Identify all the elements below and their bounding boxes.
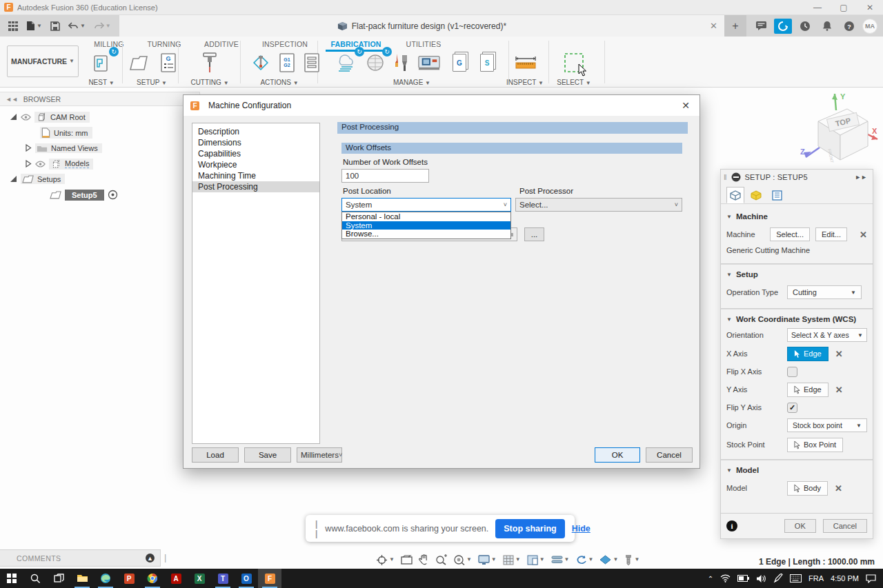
outlook-icon[interactable]: O [235,569,258,588]
dialog-close-icon[interactable]: ✕ [679,100,693,111]
battery-icon[interactable] [737,575,749,582]
powerpoint-icon[interactable]: P [117,569,141,588]
flip-x-axis-checkbox[interactable] [787,367,797,377]
tab-setup[interactable] [726,187,744,203]
ribbon-tab-inspection[interactable]: INSPECTION [262,40,308,48]
edge-icon[interactable] [94,569,117,588]
grid-icon[interactable]: ▼ [501,554,523,567]
ribbon-tab-fabrication[interactable]: FABRICATION [330,40,381,48]
clear-machine-icon[interactable]: ✕ [860,230,867,240]
history-icon[interactable] [796,19,814,34]
pen-icon[interactable] [773,574,783,583]
probe-icon[interactable] [248,50,273,75]
model-body-button[interactable]: Body [787,481,828,496]
expanded-triangle-icon[interactable] [10,113,17,121]
machine-library-icon[interactable] [417,50,442,75]
acrobat-icon[interactable]: A [164,569,188,588]
nav-item-description[interactable]: Description [192,126,319,137]
post-document-icon[interactable]: G [156,50,181,75]
sphere-nc-icon[interactable]: ↻ [363,50,388,75]
y-axis-edge-button[interactable]: Edge [787,383,829,397]
action-center-icon[interactable] [866,574,876,583]
look-at-icon[interactable] [399,554,415,566]
task-view-icon[interactable] [47,569,70,588]
ribbon-tab-milling[interactable]: MILLING [94,40,123,48]
tree-item-setups[interactable]: Setups [10,173,65,185]
option-personal-local[interactable]: Personal - local [342,212,510,221]
setup-folder-icon[interactable] [127,50,152,75]
tree-item-setup5[interactable]: Setup5 [50,189,118,201]
setup-section-header[interactable]: ▼Setup [726,270,867,278]
fit-icon[interactable]: ▼ [451,553,474,567]
machine-section-header[interactable]: ▼Machine [726,212,867,221]
tree-item-models[interactable]: Models [25,158,93,170]
active-setup-icon[interactable] [108,190,118,200]
chrome-icon[interactable] [141,569,164,588]
touch-keyboard-icon[interactable] [790,574,802,582]
option-browse[interactable]: Browse... [342,230,510,239]
new-tab-button[interactable]: + [724,15,746,37]
measure-ruler-icon[interactable] [513,50,538,75]
comments-bar[interactable]: COMMENTS ▲ [0,549,161,567]
ok-button[interactable]: OK [595,447,640,463]
group-label-setup[interactable]: SETUP ▼ [137,79,167,86]
visibility-eye-icon[interactable] [35,161,46,168]
nest-icon[interactable]: ↻ [90,50,115,75]
nav-item-dimensions[interactable]: Dimensions [192,137,319,148]
simulate-document-icon[interactable] [299,50,324,75]
nav-item-post-processing[interactable]: Post Processing [192,181,319,192]
setup-cancel-button[interactable]: Cancel [823,519,867,533]
group-label-actions[interactable]: ACTIONS ▼ [260,79,298,86]
flip-y-axis-checkbox[interactable] [787,403,797,413]
ribbon-tab-additive[interactable]: ADDITIVE [204,40,239,48]
option-system[interactable]: System [342,221,510,230]
maximize-button[interactable]: ▢ [831,0,857,14]
group-label-manage[interactable]: MANAGE ▼ [393,79,430,86]
job-status-icon[interactable] [774,19,792,34]
section-layers-icon[interactable]: ▼ [549,554,572,566]
viewport[interactable]: ◄◄ BROWSER CAM Root Units: mm Named View… [0,88,883,569]
taskbar-search-icon[interactable] [23,569,47,588]
close-button[interactable]: ✕ [857,0,883,14]
hide-link[interactable]: Hide [572,524,591,534]
number-of-work-offsets-input[interactable]: 100 [341,169,429,183]
save-button[interactable] [48,19,63,33]
cutting-tool-icon[interactable] [197,50,222,75]
setup-ok-button[interactable]: OK [784,519,816,533]
file-menu-button[interactable]: ▼ [23,19,45,33]
environment-icon[interactable]: ▼ [597,554,620,566]
tool-library-icon[interactable] [389,50,414,75]
stop-sharing-button[interactable]: Stop sharing [495,519,564,538]
ribbon-tab-turning[interactable]: TURNING [147,40,181,48]
dialog-nav-list[interactable]: Description Dimensions Capabilities Work… [192,123,320,444]
setup5-selected-label[interactable]: Setup5 [65,190,104,201]
document-tab[interactable]: Flat-pack furniture design (v1~recovered… [119,15,724,37]
nav-item-capabilities[interactable]: Capabilities [192,148,319,159]
info-icon[interactable]: i [726,520,737,531]
clear-x-axis-icon[interactable]: ✕ [835,349,843,359]
collapsed-triangle-icon[interactable] [25,144,32,152]
group-label-inspect[interactable]: INSPECT ▼ [506,79,544,86]
manufacture-workspace-button[interactable]: MANUFACTURE▼ [7,45,79,77]
wcs-section-header[interactable]: ▼Work Coordinate System (WCS) [726,315,867,323]
start-button[interactable] [0,569,23,588]
refresh-icon[interactable]: ▼ [574,554,596,567]
orientation-dropdown[interactable]: Select X & Y axes▼ [787,328,867,342]
undo-button[interactable]: ▼ [66,20,88,32]
volume-icon[interactable] [756,574,766,583]
post-location-dropdown[interactable]: Personal - local System Browse... [341,212,511,239]
browse-post-button[interactable]: ... [524,227,544,241]
fusion-taskbar-icon[interactable]: F [258,569,281,588]
machine-edit-button[interactable]: Edit... [815,227,847,241]
g1g2-document-icon[interactable]: G1G2 [275,50,299,75]
collapse-panel-icon[interactable]: ►► [855,174,867,181]
language-indicator[interactable]: FRA [808,574,824,582]
fastener-icon[interactable]: ▼ [622,553,642,567]
zoom-icon[interactable] [433,553,449,567]
generate-gcode-icon[interactable]: G [447,50,472,75]
help-icon[interactable]: ? [840,19,858,34]
notifications-icon[interactable] [818,19,836,34]
operation-type-dropdown[interactable]: Cutting▼ [787,285,862,299]
excel-icon[interactable]: X [188,569,211,588]
tree-item-cam-root[interactable]: CAM Root [10,111,90,123]
